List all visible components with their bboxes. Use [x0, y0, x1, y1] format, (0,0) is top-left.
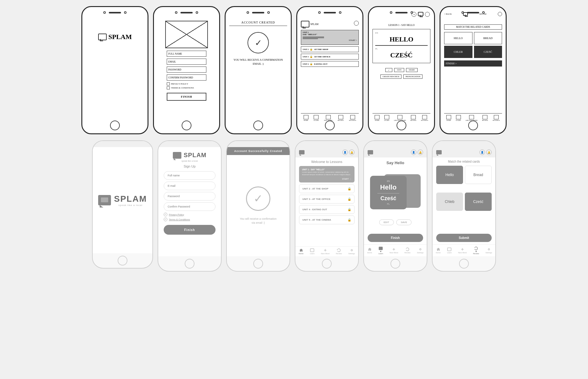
hifi-privacy-checkbox[interactable] — [164, 213, 167, 216]
wire-field-password[interactable]: PASSWORD — [167, 67, 206, 73]
wire-home-btn-5[interactable] — [397, 121, 406, 130]
wire-nav-home-4[interactable]: HOME — [304, 115, 308, 121]
hifi-nav-review-6[interactable]: Review — [473, 247, 479, 254]
wire-finish-btn[interactable]: FINISH — [167, 93, 206, 101]
hifi-finish-btn-2[interactable]: Finish — [164, 225, 216, 235]
hifi-nav-settings-6[interactable]: Settings — [486, 247, 492, 254]
wire-nav-home-5[interactable]: HOME — [375, 115, 380, 121]
hifi-terms-checkbox[interactable] — [164, 218, 167, 221]
hifi-home-btn-1[interactable] — [118, 256, 127, 265]
hifi-nav-home-6[interactable]: Home — [436, 247, 441, 254]
hifi-nav-learn-5[interactable]: Learn — [379, 247, 383, 254]
hifi-nav-newword-4[interactable]: New Word — [321, 248, 330, 254]
wire-checkbox-terms[interactable]: TERMS & CONDITIONS — [167, 86, 206, 89]
hifi-nav-learn-6[interactable]: Learn — [447, 247, 452, 254]
wire-nav-home-6[interactable]: HOME — [446, 115, 451, 121]
hifi-fullname-input[interactable] — [164, 171, 216, 180]
hifi-spacer-6 — [433, 218, 495, 232]
wire-nav-addword-5[interactable]: ADD NEW WORD — [394, 115, 406, 121]
hifi-home-btn-3[interactable] — [253, 259, 263, 269]
wire-btn-pronunciation[interactable]: PRONUNCIATION — [403, 74, 422, 79]
hifi-terms-label[interactable]: Terms & Conditions — [169, 218, 190, 221]
hifi-nav-newword-5[interactable]: New Word — [390, 247, 398, 254]
wire-unit-3[interactable]: UNIT 3 🔒 AT THE OFFICE — [301, 54, 359, 60]
hifi-status-1 — [93, 141, 152, 147]
wire-btn-save[interactable]: SAVE — [394, 68, 404, 72]
wire-nav-settings-6[interactable]: SETTINGS — [493, 115, 500, 121]
wire-home-btn-3[interactable] — [253, 121, 263, 130]
hifi-email-input[interactable] — [164, 182, 216, 190]
hifi-start-link[interactable]: START → — [302, 178, 351, 180]
wire-home-btn-2[interactable] — [182, 121, 191, 130]
wire-nav-review-5[interactable]: REVIEW — [411, 115, 416, 121]
wire-btn-check[interactable]: ✓ — [385, 68, 392, 72]
wire-field-email[interactable]: EMAIL — [167, 59, 206, 65]
wire-nav-review-icon — [338, 115, 343, 119]
hifi-match-card-bread[interactable]: Bread — [465, 166, 492, 184]
hifi-sh-finish-btn[interactable]: Finish — [368, 234, 423, 242]
hifi-match-card-hello[interactable]: Hello — [436, 166, 463, 184]
hifi-nav-settings-5[interactable]: Settings — [417, 247, 424, 254]
wire-nav-newword-4[interactable]: NEW WORD — [324, 115, 333, 121]
wire-nav-learn-6[interactable]: LEARN — [456, 115, 461, 121]
wire-finish-btn-6[interactable]: FINISH > — [444, 60, 502, 67]
wire-btn-share[interactable]: SHARE — [406, 68, 418, 72]
wire-back-label[interactable]: < BACK — [444, 13, 452, 15]
hifi-unit-3-locked[interactable]: UNIT 3 - AT THE OFFICE 🔒 — [299, 195, 355, 204]
hifi-card-front[interactable]: EN Hello Cześć PL — [370, 176, 407, 209]
wire-checkbox-privacy-box[interactable] — [167, 82, 170, 85]
hifi-home-btn-2[interactable] — [185, 259, 194, 269]
hifi-terms-row[interactable]: Terms & Conditions — [164, 218, 216, 221]
hifi-home-btn-6[interactable] — [459, 259, 469, 269]
hifi-confirm-input[interactable] — [164, 202, 216, 211]
wire-nav-review5-label: REVIEW — [411, 120, 416, 121]
hifi-submit-btn[interactable]: Submit — [436, 234, 492, 242]
hifi-unit-2-locked[interactable]: UNIT 2 - AT THE SHOP 🔒 — [299, 184, 355, 193]
hifi-unit-5-locked[interactable]: UNIT 5 - AT THE CINEMA 🔒 — [299, 215, 355, 224]
wire-home-btn-1[interactable] — [110, 121, 120, 130]
hifi-nav-newword-6[interactable]: New Word — [458, 247, 467, 254]
hifi-sh-screen: 👤 🔔 Say Hello EN Hello Cześć PL — [364, 147, 427, 256]
hifi-nav-home-4[interactable]: Home — [299, 248, 304, 254]
hifi-nav-review-5[interactable]: Review — [404, 247, 411, 254]
wire-nav-learn-4[interactable]: LEARN — [314, 115, 319, 121]
wire-field-confirm[interactable]: CONFIRM PASSWORD — [167, 74, 206, 81]
wire-unit-4[interactable]: UNIT 4 🔒 EATING OUT — [301, 61, 359, 67]
wire-nav-review-6[interactable]: REVIEW — [482, 115, 488, 121]
hifi-nav-learn-4[interactable]: Learn — [310, 248, 315, 254]
wire-checkbox-privacy[interactable]: PRIVACY POLICY — [167, 82, 206, 85]
wire-nav-review-4[interactable]: REVIEW — [338, 115, 344, 121]
hifi-home-btn-5[interactable] — [390, 259, 400, 269]
wire-home-btn-4[interactable] — [325, 121, 335, 130]
hifi-privacy-row[interactable]: Privacy Policy — [164, 213, 216, 216]
wire-unit-1[interactable]: UNIT 1 SAY "HELLO" START > — [301, 30, 359, 45]
wire-unit-2[interactable]: UNIT 2 🔒 AT THE SHOP — [301, 46, 359, 52]
hifi-save-btn[interactable]: SAVE — [396, 219, 412, 225]
wire-card-bread[interactable]: BREAD — [474, 32, 502, 44]
wire-nav-settings-5[interactable]: SETTINGS — [421, 115, 428, 121]
hifi-edit-btn[interactable]: EDIT — [379, 219, 394, 225]
wire-nav-addword-6[interactable]: ADD NEW WORD — [465, 115, 478, 121]
wire-card-czesc[interactable]: CZEŚĆ — [474, 46, 502, 58]
hifi-nav-review-4[interactable]: Review — [336, 248, 342, 254]
wire-cards-grid: HELLO BREAD CHLEB CZEŚĆ — [444, 32, 502, 58]
hifi-privacy-label[interactable]: Privacy Policy — [169, 213, 184, 216]
wire-home-btn-6[interactable] — [468, 121, 478, 130]
wire-nav-settings-4[interactable]: SETTINGS — [349, 115, 356, 121]
wire-unit4-label: UNIT 4 — [303, 63, 308, 65]
wire-field-fullname[interactable]: FULL NAME — [167, 51, 206, 57]
wire-btn-create-new[interactable]: CREATE NEW DECK — [380, 74, 402, 79]
hifi-nav-settings-4[interactable]: Settings — [348, 248, 355, 254]
wire-card-hello[interactable]: HELLO — [444, 32, 472, 44]
hifi-unit-first[interactable]: UNIT 1 - SAY "HELLO" Lorem ipsum dolor s… — [299, 166, 355, 182]
wire-checkbox-terms-box[interactable] — [167, 86, 170, 89]
hifi-home-btn-4[interactable] — [322, 259, 332, 269]
hifi-unit-4-locked[interactable]: UNIT 4 - EATING OUT 🔒 — [299, 205, 355, 214]
hifi-match-card-chleb[interactable]: Chleb — [436, 193, 463, 211]
hifi-nav-home-5[interactable]: Home — [367, 247, 372, 254]
wire-nav-learn-5[interactable]: LEARN — [384, 115, 389, 121]
wire-card-chleb[interactable]: CHLEB — [444, 46, 472, 58]
hifi-password-input[interactable] — [164, 192, 216, 200]
wire-logo-small: SPLAM — [301, 21, 319, 27]
hifi-match-card-czesc[interactable]: Cześć — [465, 193, 492, 211]
